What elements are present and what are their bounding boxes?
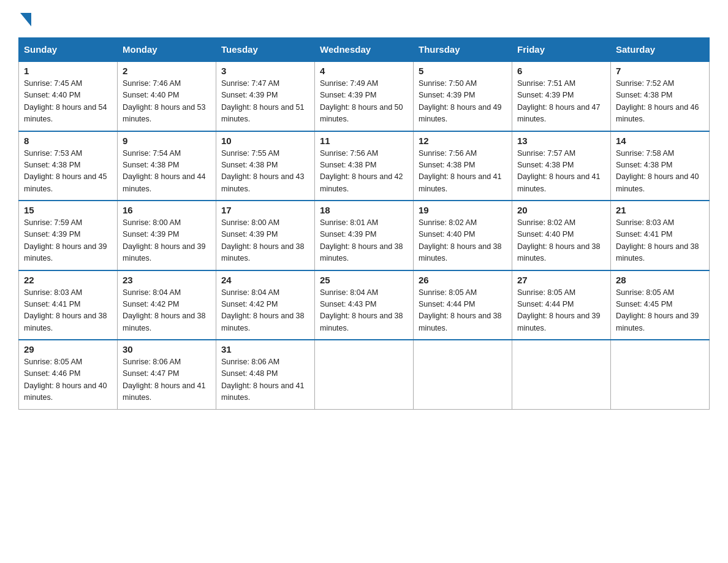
day-number: 1 [24, 66, 112, 76]
calendar-cell [315, 340, 414, 409]
weekday-header-friday: Friday [512, 38, 611, 62]
weekday-header-monday: Monday [118, 38, 216, 62]
day-number: 3 [221, 66, 309, 76]
day-info: Sunrise: 8:05 AMSunset: 4:45 PMDaylight:… [616, 288, 699, 332]
weekday-header-sunday: Sunday [19, 38, 118, 62]
weekday-header-thursday: Thursday [414, 38, 512, 62]
day-number: 22 [24, 275, 112, 285]
day-info: Sunrise: 8:05 AMSunset: 4:44 PMDaylight:… [517, 288, 601, 332]
day-number: 11 [320, 136, 408, 146]
day-info: Sunrise: 7:50 AMSunset: 4:39 PMDaylight:… [419, 79, 502, 123]
day-number: 19 [419, 205, 507, 215]
calendar-cell: 30 Sunrise: 8:06 AMSunset: 4:47 PMDaylig… [118, 340, 216, 409]
day-info: Sunrise: 7:55 AMSunset: 4:38 PMDaylight:… [221, 149, 305, 193]
calendar-cell: 21 Sunrise: 8:03 AMSunset: 4:41 PMDaylig… [611, 201, 710, 270]
calendar-cell [611, 340, 710, 409]
day-info: Sunrise: 7:46 AMSunset: 4:40 PMDaylight:… [123, 79, 206, 123]
day-info: Sunrise: 8:00 AMSunset: 4:39 PMDaylight:… [123, 218, 206, 262]
week-row-5: 29 Sunrise: 8:05 AMSunset: 4:46 PMDaylig… [19, 340, 710, 409]
day-number: 14 [616, 136, 704, 146]
day-number: 26 [419, 275, 507, 285]
calendar-cell: 26 Sunrise: 8:05 AMSunset: 4:44 PMDaylig… [414, 270, 512, 340]
day-number: 21 [616, 205, 704, 215]
day-info: Sunrise: 8:04 AMSunset: 4:42 PMDaylight:… [221, 288, 305, 332]
day-number: 30 [123, 344, 211, 354]
day-number: 8 [24, 136, 112, 146]
weekday-header-tuesday: Tuesday [216, 38, 315, 62]
day-info: Sunrise: 7:58 AMSunset: 4:38 PMDaylight:… [616, 149, 699, 193]
day-info: Sunrise: 8:04 AMSunset: 4:43 PMDaylight:… [320, 288, 403, 332]
day-number: 6 [517, 66, 605, 76]
calendar-cell: 9 Sunrise: 7:54 AMSunset: 4:38 PMDayligh… [118, 131, 216, 201]
calendar-cell: 6 Sunrise: 7:51 AMSunset: 4:39 PMDayligh… [512, 61, 611, 131]
day-info: Sunrise: 8:04 AMSunset: 4:42 PMDaylight:… [123, 288, 206, 332]
day-info: Sunrise: 8:01 AMSunset: 4:39 PMDaylight:… [320, 218, 403, 262]
week-row-4: 22 Sunrise: 8:03 AMSunset: 4:41 PMDaylig… [19, 270, 710, 340]
day-info: Sunrise: 7:49 AMSunset: 4:39 PMDaylight:… [320, 79, 403, 123]
calendar-cell: 28 Sunrise: 8:05 AMSunset: 4:45 PMDaylig… [611, 270, 710, 340]
weekday-header-row: SundayMondayTuesdayWednesdayThursdayFrid… [19, 38, 710, 62]
day-number: 28 [616, 275, 704, 285]
logo [18, 12, 31, 26]
calendar-cell: 10 Sunrise: 7:55 AMSunset: 4:38 PMDaylig… [216, 131, 315, 201]
day-info: Sunrise: 8:06 AMSunset: 4:47 PMDaylight:… [123, 358, 206, 402]
page-header [18, 12, 710, 26]
week-row-3: 15 Sunrise: 7:59 AMSunset: 4:39 PMDaylig… [19, 201, 710, 270]
day-number: 5 [419, 66, 507, 76]
calendar-cell: 22 Sunrise: 8:03 AMSunset: 4:41 PMDaylig… [19, 270, 118, 340]
day-number: 16 [123, 205, 211, 215]
calendar-cell: 17 Sunrise: 8:00 AMSunset: 4:39 PMDaylig… [216, 201, 315, 270]
svg-marker-0 [20, 13, 31, 26]
day-info: Sunrise: 8:00 AMSunset: 4:39 PMDaylight:… [221, 218, 305, 262]
day-number: 12 [419, 136, 507, 146]
calendar-cell: 19 Sunrise: 8:02 AMSunset: 4:40 PMDaylig… [414, 201, 512, 270]
day-info: Sunrise: 8:03 AMSunset: 4:41 PMDaylight:… [24, 288, 107, 332]
day-info: Sunrise: 8:05 AMSunset: 4:46 PMDaylight:… [24, 358, 107, 402]
week-row-2: 8 Sunrise: 7:53 AMSunset: 4:38 PMDayligh… [19, 131, 710, 201]
day-number: 27 [517, 275, 605, 285]
day-info: Sunrise: 7:56 AMSunset: 4:38 PMDaylight:… [419, 149, 502, 193]
day-info: Sunrise: 7:54 AMSunset: 4:38 PMDaylight:… [123, 149, 206, 193]
day-number: 29 [24, 344, 112, 354]
calendar-cell: 4 Sunrise: 7:49 AMSunset: 4:39 PMDayligh… [315, 61, 414, 131]
weekday-header-saturday: Saturday [611, 38, 710, 62]
week-row-1: 1 Sunrise: 7:45 AMSunset: 4:40 PMDayligh… [19, 61, 710, 131]
day-info: Sunrise: 8:02 AMSunset: 4:40 PMDaylight:… [419, 218, 502, 262]
calendar-cell: 20 Sunrise: 8:02 AMSunset: 4:40 PMDaylig… [512, 201, 611, 270]
calendar-cell: 1 Sunrise: 7:45 AMSunset: 4:40 PMDayligh… [19, 61, 118, 131]
day-number: 15 [24, 205, 112, 215]
calendar-cell: 2 Sunrise: 7:46 AMSunset: 4:40 PMDayligh… [118, 61, 216, 131]
day-info: Sunrise: 7:59 AMSunset: 4:39 PMDaylight:… [24, 218, 107, 262]
calendar-cell: 3 Sunrise: 7:47 AMSunset: 4:39 PMDayligh… [216, 61, 315, 131]
day-number: 25 [320, 275, 408, 285]
calendar-cell: 18 Sunrise: 8:01 AMSunset: 4:39 PMDaylig… [315, 201, 414, 270]
day-number: 23 [123, 275, 211, 285]
calendar-cell: 7 Sunrise: 7:52 AMSunset: 4:38 PMDayligh… [611, 61, 710, 131]
day-info: Sunrise: 8:05 AMSunset: 4:44 PMDaylight:… [419, 288, 502, 332]
calendar-table: SundayMondayTuesdayWednesdayThursdayFrid… [18, 37, 710, 410]
day-number: 31 [221, 344, 309, 354]
logo-triangle-icon [20, 13, 31, 26]
calendar-cell: 23 Sunrise: 8:04 AMSunset: 4:42 PMDaylig… [118, 270, 216, 340]
calendar-cell: 11 Sunrise: 7:56 AMSunset: 4:38 PMDaylig… [315, 131, 414, 201]
day-number: 18 [320, 205, 408, 215]
calendar-cell: 31 Sunrise: 8:06 AMSunset: 4:48 PMDaylig… [216, 340, 315, 409]
day-info: Sunrise: 7:45 AMSunset: 4:40 PMDaylight:… [24, 79, 107, 123]
day-info: Sunrise: 8:02 AMSunset: 4:40 PMDaylight:… [517, 218, 601, 262]
calendar-cell: 16 Sunrise: 8:00 AMSunset: 4:39 PMDaylig… [118, 201, 216, 270]
day-info: Sunrise: 7:47 AMSunset: 4:39 PMDaylight:… [221, 79, 305, 123]
day-number: 20 [517, 205, 605, 215]
calendar-cell: 13 Sunrise: 7:57 AMSunset: 4:38 PMDaylig… [512, 131, 611, 201]
day-info: Sunrise: 8:06 AMSunset: 4:48 PMDaylight:… [221, 358, 305, 402]
calendar-cell [414, 340, 512, 409]
calendar-cell [512, 340, 611, 409]
calendar-cell: 24 Sunrise: 8:04 AMSunset: 4:42 PMDaylig… [216, 270, 315, 340]
day-number: 2 [123, 66, 211, 76]
day-number: 13 [517, 136, 605, 146]
calendar-cell: 12 Sunrise: 7:56 AMSunset: 4:38 PMDaylig… [414, 131, 512, 201]
day-number: 10 [221, 136, 309, 146]
day-number: 9 [123, 136, 211, 146]
day-number: 17 [221, 205, 309, 215]
calendar-cell: 29 Sunrise: 8:05 AMSunset: 4:46 PMDaylig… [19, 340, 118, 409]
calendar-cell: 14 Sunrise: 7:58 AMSunset: 4:38 PMDaylig… [611, 131, 710, 201]
